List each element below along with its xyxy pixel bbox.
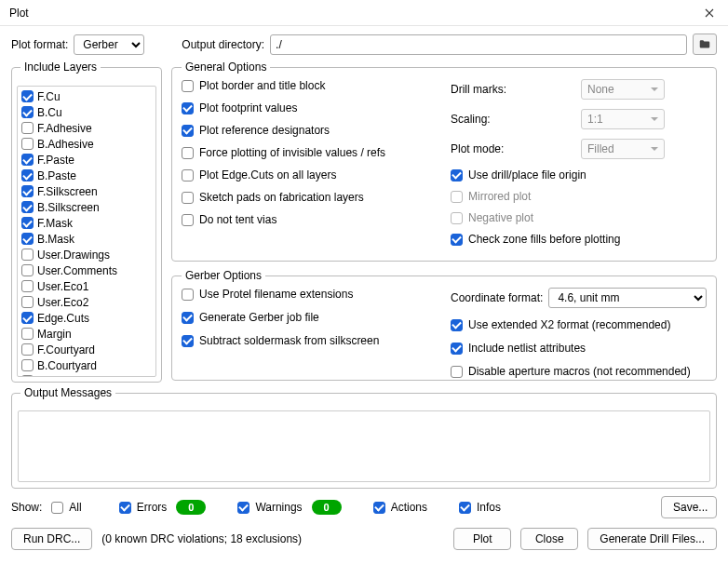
show-warnings-checkbox[interactable]	[237, 502, 249, 514]
window-title: Plot	[9, 7, 29, 20]
layer-item[interactable]: F.Courtyard	[20, 342, 154, 357]
general-left-3-label: Force plotting of invisible values / ref…	[199, 146, 385, 159]
show-actions-checkbox[interactable]	[373, 502, 385, 514]
general-left-2-checkbox[interactable]	[182, 125, 194, 137]
gerber-right-0-checkbox[interactable]	[451, 319, 463, 331]
layer-item[interactable]: B.Cu	[20, 104, 154, 120]
show-infos-checkbox[interactable]	[459, 502, 471, 514]
scaling-select: 1:1	[581, 109, 665, 129]
layer-checkbox[interactable]	[21, 264, 34, 276]
layer-item[interactable]: B.Paste	[20, 168, 154, 183]
close-icon	[705, 8, 714, 18]
gerber-left-0-checkbox[interactable]	[182, 289, 194, 301]
coord-format-select[interactable]: 4.6, unit mm	[548, 288, 707, 308]
show-actions-label: Actions	[391, 501, 427, 514]
plot-format-select[interactable]: Gerber	[74, 34, 144, 55]
gerber-right-1-checkbox[interactable]	[451, 343, 463, 355]
general-left-4-label: Plot Edge.Cuts on all layers	[199, 168, 336, 181]
layer-item[interactable]: F.Mask	[20, 215, 154, 231]
layer-checkbox[interactable]	[21, 201, 34, 213]
general-right-1-label: Mirrored plot	[468, 190, 531, 203]
layer-item[interactable]: User.Drawings	[20, 247, 154, 262]
layer-checkbox[interactable]	[21, 233, 34, 245]
plot-button[interactable]: Plot	[453, 528, 511, 550]
generate-drill-button[interactable]: Generate Drill Files...	[587, 528, 717, 550]
layer-checkbox[interactable]	[21, 359, 34, 371]
general-left-1-checkbox[interactable]	[182, 102, 194, 114]
plot-format-label: Plot format:	[11, 38, 68, 51]
general-left-0-label: Plot border and title block	[199, 79, 325, 92]
gerber-left-2-checkbox[interactable]	[182, 335, 194, 347]
general-left-6-checkbox[interactable]	[182, 214, 194, 226]
layer-item[interactable]: B.Mask	[20, 231, 154, 247]
layer-checkbox[interactable]	[21, 343, 34, 356]
layer-checkbox[interactable]	[21, 154, 34, 166]
layer-item[interactable]: F.Paste	[20, 152, 154, 168]
general-left-1-label: Plot footprint values	[199, 101, 297, 114]
output-dir-input[interactable]	[270, 34, 687, 55]
output-messages-group: Output Messages	[11, 386, 717, 489]
layer-item[interactable]: F.Adhesive	[20, 120, 154, 136]
show-all-checkbox[interactable]	[51, 502, 63, 514]
gerber-left-2-label: Subtract soldermask from silkscreen	[199, 334, 379, 347]
layer-checkbox[interactable]	[21, 249, 34, 261]
show-errors-checkbox[interactable]	[119, 502, 131, 514]
layer-checkbox[interactable]	[21, 90, 34, 102]
layer-label: F.Adhesive	[37, 122, 92, 135]
layer-item[interactable]: User.Eco1	[20, 278, 154, 294]
layer-item[interactable]: User.Eco2	[20, 294, 154, 310]
layer-checkbox[interactable]	[21, 280, 34, 292]
layer-checkbox[interactable]	[21, 185, 34, 197]
layer-label: F.Silkscreen	[37, 185, 98, 198]
gerber-options-group: Gerber Options Use Protel filename exten…	[171, 269, 717, 381]
gerber-left-1-checkbox[interactable]	[182, 312, 194, 324]
general-right-0-checkbox[interactable]	[451, 169, 463, 181]
layer-label: User.Comments	[37, 264, 117, 277]
coord-format-label: Coordinate format:	[451, 291, 543, 304]
browse-folder-button[interactable]	[693, 34, 717, 55]
layer-item[interactable]: B.Silkscreen	[20, 199, 154, 215]
general-left-5-checkbox[interactable]	[182, 192, 194, 204]
general-options-group: General Options Plot border and title bl…	[171, 60, 717, 262]
layer-item[interactable]: Margin	[20, 326, 154, 342]
save-button[interactable]: Save...	[661, 496, 717, 518]
general-left-4-checkbox[interactable]	[182, 169, 194, 181]
layer-checkbox[interactable]	[21, 217, 34, 229]
layer-label: F.Courtyard	[37, 343, 95, 356]
general-left-2-label: Plot reference designators	[199, 124, 330, 137]
layer-checkbox[interactable]	[21, 312, 34, 324]
run-drc-button[interactable]: Run DRC...	[11, 528, 92, 550]
layer-item[interactable]: User.Comments	[20, 262, 154, 278]
close-button[interactable]: Close	[520, 528, 578, 550]
layer-label: B.Mask	[37, 233, 74, 246]
layers-listbox[interactable]: F.CuB.CuF.AdhesiveB.AdhesiveF.PasteB.Pas…	[17, 86, 156, 377]
window-close-button[interactable]	[691, 0, 728, 26]
general-left-0-checkbox[interactable]	[182, 80, 194, 92]
layer-item[interactable]: B.Adhesive	[20, 136, 154, 152]
drill-marks-select: None	[581, 79, 665, 100]
gerber-right-0-label: Use extended X2 format (recommended)	[468, 318, 670, 331]
layer-item[interactable]: F.Fab	[20, 373, 154, 377]
chevron-down-icon	[651, 87, 658, 91]
title-bar: Plot	[0, 0, 728, 26]
layer-checkbox[interactable]	[21, 296, 34, 308]
general-left-3-checkbox[interactable]	[182, 147, 194, 159]
general-left-6-label: Do not tent vias	[199, 213, 276, 226]
folder-icon	[698, 38, 711, 51]
layer-item[interactable]: F.Silkscreen	[20, 183, 154, 199]
output-messages-box[interactable]	[18, 410, 710, 482]
layer-checkbox[interactable]	[21, 169, 34, 181]
show-label: Show:	[11, 501, 42, 514]
general-left-5-label: Sketch pads on fabrication layers	[199, 191, 364, 204]
layer-item[interactable]: F.Cu	[20, 88, 154, 104]
general-right-3-checkbox[interactable]	[451, 234, 463, 246]
layer-checkbox[interactable]	[21, 328, 34, 340]
gerber-right-2-checkbox[interactable]	[451, 366, 463, 378]
layer-item[interactable]: Edge.Cuts	[20, 310, 154, 326]
layer-checkbox[interactable]	[21, 122, 34, 134]
layer-item[interactable]: B.Courtyard	[20, 357, 154, 373]
layer-checkbox[interactable]	[21, 138, 34, 150]
layer-checkbox[interactable]	[21, 375, 34, 377]
warnings-count: 0	[312, 500, 342, 515]
layer-checkbox[interactable]	[21, 106, 34, 118]
